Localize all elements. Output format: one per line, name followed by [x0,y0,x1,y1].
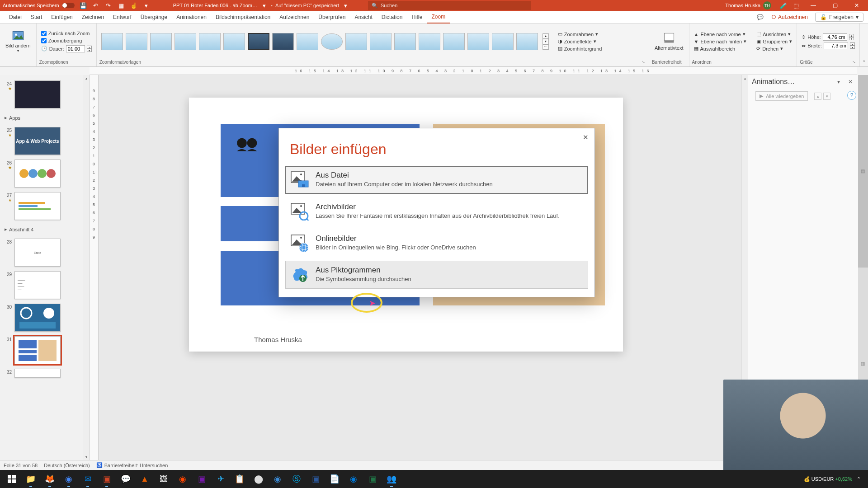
style-preset[interactable] [345,33,367,50]
tab-bildschirmpraesentation[interactable]: Bildschirmpräsentation [211,11,275,23]
taskbar-app-icon[interactable]: ◉ [174,470,192,488]
redo-icon[interactable]: ↷ [104,1,113,9]
zoom-effects-button[interactable]: ◑Zoomeffekte ▾ [556,38,604,45]
taskbar-teams-icon[interactable]: 👥 [382,470,401,488]
taskbar-onenote-icon[interactable]: ▣ [193,470,211,488]
gallery-down-icon[interactable]: ▾ [542,39,549,44]
taskbar-obs-icon[interactable]: ⬤ [250,470,268,488]
taskbar-powerpoint-icon[interactable]: ▣ [98,470,116,488]
maximize-button[interactable]: ▢ [826,0,844,11]
tab-einfuegen[interactable]: Einfügen [47,11,77,23]
slide-thumbnail[interactable]: 25★App & Web Projects [4,127,89,155]
qat-more-icon[interactable]: ▾ [142,1,151,9]
selection-pane-button[interactable]: ▦Auswahlbereich [692,45,749,52]
slide-thumbnail[interactable]: 28Ende [4,239,89,267]
taskbar-chrome-icon[interactable]: ◉ [60,470,78,488]
gallery-up-icon[interactable]: ▴ [542,33,549,39]
tab-start[interactable]: Start [26,11,47,23]
dialog-close-button[interactable]: ✕ [580,132,591,143]
alt-text-button[interactable]: Alternativtext [652,31,686,52]
height-input[interactable] [823,33,847,41]
tab-datei[interactable]: Datei [5,11,26,23]
style-preset[interactable] [321,33,343,50]
slide-thumbnail[interactable]: 27★ [4,192,89,220]
collapse-ribbon-icon[interactable]: ⌃ [862,60,866,65]
spin-up-icon[interactable]: ▴ [849,34,854,37]
style-preset[interactable] [223,33,245,50]
slide-thumbnail[interactable]: 24★ [4,80,89,108]
zoom-transition-checkbox[interactable]: Zoomübergang [39,38,94,44]
change-image-button[interactable]: Bild ändern ▾ [3,28,33,54]
spin-up-icon[interactable]: ▴ [850,42,855,46]
bring-forward-button[interactable]: ▲Ebene nach vorne ▾ [692,31,749,38]
style-preset[interactable] [126,33,147,50]
spin-down-icon[interactable]: ▾ [849,37,854,40]
style-preset[interactable] [370,33,392,50]
back-to-zoom-checkbox[interactable]: Zurück nach Zoom [39,30,94,37]
comments-icon[interactable]: 💬 [753,14,767,20]
taskbar-telegram-icon[interactable]: ✈ [212,470,230,488]
autosave-toggle[interactable] [62,3,75,8]
tab-uebergaenge[interactable]: Übergänge [136,11,172,23]
search-input[interactable] [381,3,527,8]
style-preset[interactable] [443,33,465,50]
tab-ueberpruefen[interactable]: Überprüfen [314,11,350,23]
close-window-button[interactable]: ✕ [848,0,865,11]
share-button[interactable]: 🔓Freigeben▾ [815,13,863,22]
spin-down-icon[interactable]: ▾ [850,46,855,49]
taskbar-skype-icon[interactable]: Ⓢ [288,470,306,488]
rotate-button[interactable]: ⟳Drehen ▾ [755,45,794,52]
touch-mode-icon[interactable]: ☝ [130,1,138,9]
tab-ansicht[interactable]: Ansicht [350,11,377,23]
undo-icon[interactable]: ↶ [92,1,100,9]
style-preset[interactable] [467,33,489,50]
tab-zoom[interactable]: Zoom [427,11,450,23]
style-preset[interactable] [394,33,416,50]
taskbar-vlc-icon[interactable]: ▲ [136,470,154,488]
style-preset[interactable] [272,33,294,50]
style-preset[interactable] [516,33,538,50]
gallery-more-icon[interactable]: ⋯ [542,44,549,50]
taskbar-excel-icon[interactable]: ▣ [363,470,382,488]
style-preset[interactable] [199,33,221,50]
taskbar-app-icon[interactable]: 📋 [231,470,249,488]
style-preset[interactable] [492,33,514,50]
taskbar-app-icon[interactable]: ◉ [269,470,287,488]
filename-dropdown-icon[interactable]: ▾ [260,1,268,9]
minimize-button[interactable]: — [805,0,822,11]
help-icon[interactable]: ? [847,91,856,100]
tab-hilfe[interactable]: Hilfe [407,11,427,23]
tab-dictation[interactable]: Dictation [377,11,407,23]
slide-thumbnail[interactable]: 32 [4,369,89,378]
height-field[interactable]: ⇕ Höhe: ▴▾ [800,33,857,41]
save-icon[interactable]: 💾 [79,1,87,9]
side-tab[interactable]: ▤ [858,75,868,267]
insert-from-file-option[interactable]: Aus DateiDateien auf Ihrem Computer oder… [285,166,588,194]
dialog-launcher-icon[interactable]: ↘ [641,60,646,64]
insert-stock-images-option[interactable]: ArchivbilderLassen Sie Ihrer Fantasie mi… [285,197,588,225]
align-button[interactable]: ⬚Ausrichten ▾ [755,31,794,38]
slide-thumbnail[interactable]: 29━━━━━━━━━━━━━━━━━━━━━━━━ [4,271,89,299]
style-preset[interactable] [175,33,196,50]
move-down-icon[interactable]: ▾ [823,93,830,100]
search-box[interactable]: 🔍 [368,1,531,10]
width-input[interactable] [824,42,848,49]
stock-widget[interactable]: 💰 USD/EUR +0,62% [804,476,852,482]
accessibility-check[interactable]: ♿Barrierefreiheit: Untersuchen [96,462,168,468]
start-from-beginning-icon[interactable]: ▦ [117,1,125,9]
width-field[interactable]: ⇔ Breite: ▴▾ [800,42,857,50]
dialog-launcher-icon[interactable]: ↘ [851,60,857,64]
coming-soon-icon[interactable]: 🧪 [779,1,788,9]
duration-input[interactable] [66,45,85,52]
tab-entwurf[interactable]: Entwurf [108,11,136,23]
style-preset[interactable] [419,33,440,50]
tab-zeichnen[interactable]: Zeichnen [77,11,108,23]
style-preset[interactable] [101,33,123,50]
taskbar-firefox-icon[interactable]: 🦊 [41,470,59,488]
tab-animationen[interactable]: Animationen [172,11,211,23]
language-indicator[interactable]: Deutsch (Österreich) [44,463,90,468]
account-button[interactable]: Thomas Hruska TH [725,1,771,9]
move-up-icon[interactable]: ▴ [814,93,821,100]
duration-field[interactable]: 🕒 Dauer: ▴▾ [39,45,94,53]
start-button[interactable] [3,470,21,488]
